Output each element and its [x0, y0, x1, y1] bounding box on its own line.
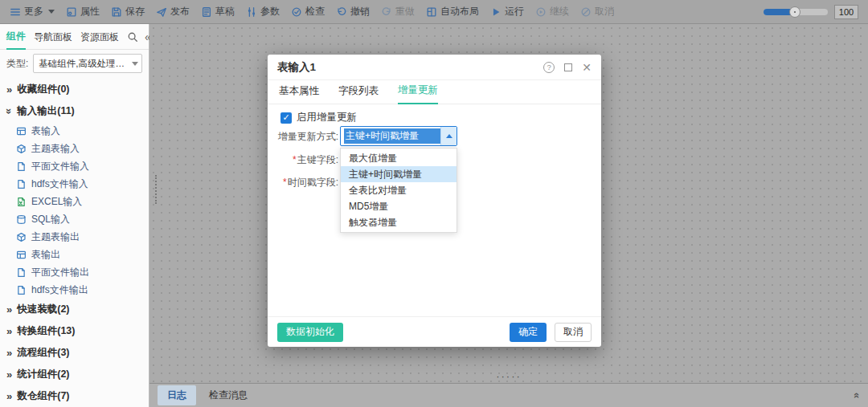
component-hdfs-file-input[interactable]: hdfs文件输入	[0, 175, 149, 193]
toolbar-properties-label: 属性	[80, 5, 100, 18]
ok-button[interactable]: 确定	[510, 323, 547, 342]
component-hdfs-file-output[interactable]: hdfs文件输出	[0, 281, 149, 299]
tab-check-messages[interactable]: 检查消息	[199, 385, 257, 405]
option-md5-increment[interactable]: MD5增量	[341, 198, 457, 214]
toolbar-save-button[interactable]: 保存	[111, 5, 145, 18]
hdfs-file-output-icon	[16, 285, 27, 295]
component-sidebar: 组件 导航面板 资源面板 « 类型: 基础组件,高级处理组件 » 收藏组件(0)…	[0, 24, 149, 407]
toolbar-redo-label: 重做	[395, 5, 415, 18]
tab-field-list[interactable]: 字段列表	[338, 80, 379, 104]
combobox-toggle-button[interactable]	[440, 127, 457, 145]
category-statistics[interactable]: » 统计组件(2)	[0, 364, 149, 385]
help-icon[interactable]: ?	[543, 62, 555, 73]
toolbar-more-button[interactable]: 更多	[10, 5, 55, 18]
component-label: SQL输入	[31, 213, 70, 226]
component-table-input[interactable]: 表输入	[0, 122, 149, 140]
update-mode-value: 主键+时间戳增量	[344, 128, 440, 144]
type-filter-label: 类型:	[6, 57, 28, 71]
category-label: 转换组件(13)	[17, 324, 75, 338]
toolbar-run-button[interactable]: 运行	[490, 5, 524, 18]
toolbar-cancel-button: 取消	[580, 5, 614, 18]
toolbar-inspect-label: 检查	[305, 5, 325, 18]
component-table-output[interactable]: 表输出	[0, 246, 149, 263]
hdfs-file-input-icon	[16, 179, 27, 189]
chevron-right-icon: »	[6, 348, 12, 358]
toolbar-run-label: 运行	[505, 5, 524, 18]
menu-icon	[10, 6, 21, 18]
tab-incremental-update[interactable]: 增量更新	[398, 80, 438, 104]
panel-resize-handle[interactable]: ·····	[496, 375, 522, 378]
toolbar-properties-button[interactable]: 属性	[66, 5, 100, 18]
draft-icon	[201, 6, 212, 18]
dialog-tabs: 基本属性 字段列表 增量更新	[268, 80, 601, 104]
tab-components[interactable]: 组件	[6, 23, 26, 50]
checkbox-label: 启用增量更新	[297, 111, 357, 124]
component-flat-file-output[interactable]: 平面文件输出	[0, 263, 149, 281]
tab-log[interactable]: 日志	[158, 385, 196, 405]
type-filter-row: 类型: 基础组件,高级处理组件	[0, 50, 149, 77]
category-input-output[interactable]: » 输入输出(11)	[0, 100, 149, 122]
dialog-title-bar: 表输入1 ? ✕	[268, 55, 601, 80]
chevron-up-icon	[446, 134, 452, 138]
tab-resource-panel[interactable]: 资源面板	[80, 24, 119, 49]
toolbar-inspect-button[interactable]: 检查	[291, 5, 325, 18]
category-transform[interactable]: » 转换组件(13)	[0, 320, 149, 342]
category-fast-load[interactable]: » 快速装载(2)	[0, 299, 149, 320]
toolbar-auto-layout-button[interactable]: 自动布局	[426, 5, 479, 18]
enable-incremental-checkbox[interactable]: ✓ 启用增量更新	[280, 111, 357, 124]
dialog-body: ✓ 启用增量更新 增量更新方式: 主键+时间戳增量 *主键字段: *时间戳字段:…	[268, 104, 601, 316]
cancel-button[interactable]: 取消	[555, 323, 592, 342]
toolbar-parameters-button[interactable]: 参数	[246, 5, 280, 18]
data-initialize-button[interactable]: 数据初始化	[277, 323, 343, 342]
chevron-right-icon: »	[6, 326, 12, 336]
category-warehouse[interactable]: » 数仓组件(7)	[0, 385, 149, 407]
toolbar-auto-layout-label: 自动布局	[440, 5, 479, 18]
top-toolbar: 更多 属性 保存 发布 草稿 参数 检查 撤销 重做 自动布局 运行	[0, 0, 868, 24]
required-mark: *	[283, 177, 287, 188]
option-trigger-increment[interactable]: 触发器增量	[341, 214, 457, 230]
component-label: hdfs文件输出	[31, 283, 88, 297]
zoom-value[interactable]: 100	[834, 5, 858, 19]
search-icon[interactable]	[127, 31, 138, 43]
toolbar-undo-button[interactable]: 撤销	[336, 5, 370, 18]
topic-table-output-icon	[16, 232, 27, 242]
category-flow[interactable]: » 流程组件(3)	[0, 342, 149, 364]
zoom-slider-knob[interactable]	[789, 6, 800, 18]
category-label: 输入输出(11)	[17, 104, 75, 118]
tab-basic-properties[interactable]: 基本属性	[279, 80, 319, 104]
component-category-list: » 收藏组件(0) » 输入输出(11) 表输入 主题表输入 平面文件输入 hd…	[0, 77, 149, 407]
canvas-guide-dots	[155, 175, 157, 204]
update-mode-label: 增量更新方式:	[269, 130, 338, 144]
publish-icon	[156, 6, 167, 18]
maximize-icon[interactable]	[564, 63, 572, 71]
auto-layout-icon	[426, 6, 437, 18]
option-pk-timestamp-increment[interactable]: 主键+时间戳增量	[341, 166, 457, 182]
toolbar-publish-button[interactable]: 发布	[156, 5, 190, 18]
option-max-value-increment[interactable]: 最大值增量	[341, 150, 457, 166]
type-filter-select[interactable]: 基础组件,高级处理组件	[33, 54, 142, 73]
timestamp-label: *时间戳字段:	[269, 176, 338, 189]
option-full-table-compare-increment[interactable]: 全表比对增量	[341, 182, 457, 198]
tab-navigation-panel[interactable]: 导航面板	[34, 24, 72, 49]
component-topic-table-output[interactable]: 主题表输出	[0, 228, 149, 246]
update-mode-dropdown: 最大值增量 主键+时间戳增量 全表比对增量 MD5增量 触发器增量	[340, 148, 457, 233]
table-input-icon	[16, 126, 27, 136]
component-excel-input[interactable]: EXCEL输入	[0, 193, 149, 210]
toolbar-publish-label: 发布	[170, 5, 190, 18]
chevron-right-icon: »	[6, 391, 12, 401]
component-sql-input[interactable]: SQL输入	[0, 210, 149, 228]
category-favorites[interactable]: » 收藏组件(0)	[0, 79, 149, 100]
save-icon	[111, 6, 122, 18]
chevron-down-icon: »	[4, 108, 14, 114]
component-topic-table-input[interactable]: 主题表输入	[0, 140, 149, 157]
update-mode-combobox[interactable]: 主键+时间戳增量	[340, 126, 457, 146]
component-flat-file-input[interactable]: 平面文件输入	[0, 157, 149, 175]
zoom-slider[interactable]	[764, 9, 828, 15]
toolbar-cancel-label: 取消	[595, 5, 614, 18]
toolbar-draft-button[interactable]: 草稿	[201, 5, 235, 18]
close-icon[interactable]: ✕	[582, 62, 592, 73]
run-icon	[490, 6, 502, 18]
expand-panel-icon[interactable]: «	[851, 393, 863, 398]
toolbar-resume-label: 继续	[550, 5, 569, 18]
category-label: 快速装载(2)	[17, 303, 69, 316]
